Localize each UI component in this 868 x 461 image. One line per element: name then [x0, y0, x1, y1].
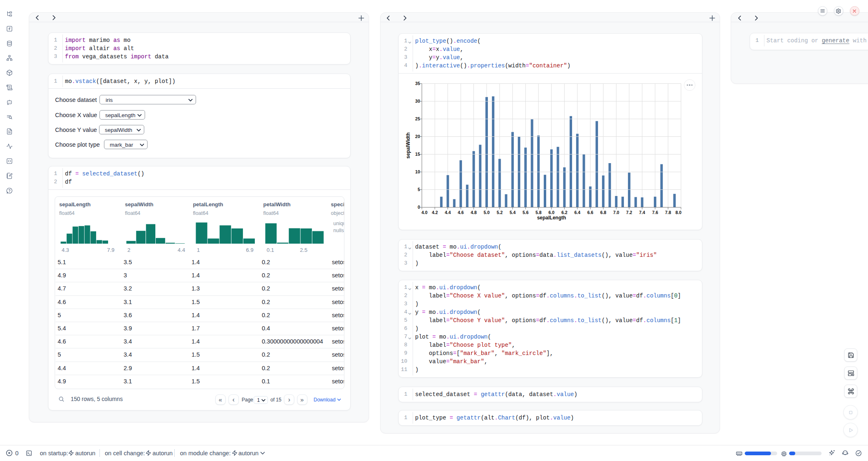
svg-text:6.6: 6.6: [587, 210, 593, 215]
svg-text:6.2: 6.2: [561, 210, 568, 215]
svg-text:20: 20: [415, 134, 420, 139]
svg-text:5.6: 5.6: [522, 210, 529, 215]
svg-text:35: 35: [415, 81, 420, 86]
svg-text:4.0: 4.0: [422, 210, 428, 215]
svg-text:5.0: 5.0: [484, 210, 490, 215]
svg-text:15: 15: [415, 152, 420, 157]
svg-text:7.2: 7.2: [626, 210, 633, 215]
svg-text:5.8: 5.8: [536, 210, 542, 215]
svg-text:10: 10: [415, 169, 420, 174]
svg-text:7.8: 7.8: [665, 210, 671, 215]
svg-text:5: 5: [418, 187, 420, 192]
svg-text:4.6: 4.6: [458, 210, 464, 215]
svg-text:7.0: 7.0: [613, 210, 619, 215]
svg-text:6.8: 6.8: [600, 210, 607, 215]
svg-text:4.8: 4.8: [471, 210, 477, 215]
svg-text:4.4: 4.4: [445, 210, 451, 215]
svg-text:5.2: 5.2: [496, 210, 503, 215]
svg-text:8.0: 8.0: [675, 210, 681, 215]
svg-text:6.4: 6.4: [574, 210, 580, 215]
svg-text:sepalLength: sepalLength: [537, 215, 566, 221]
svg-text:0: 0: [418, 205, 420, 210]
svg-text:6.0: 6.0: [548, 210, 554, 215]
svg-text:4.2: 4.2: [432, 210, 438, 215]
svg-text:30: 30: [415, 99, 420, 104]
svg-text:7.6: 7.6: [652, 210, 658, 215]
svg-text:25: 25: [415, 116, 420, 121]
svg-text:5.4: 5.4: [510, 210, 516, 215]
svg-text:sepalWidth: sepalWidth: [405, 132, 411, 159]
svg-text:7.4: 7.4: [639, 210, 645, 215]
